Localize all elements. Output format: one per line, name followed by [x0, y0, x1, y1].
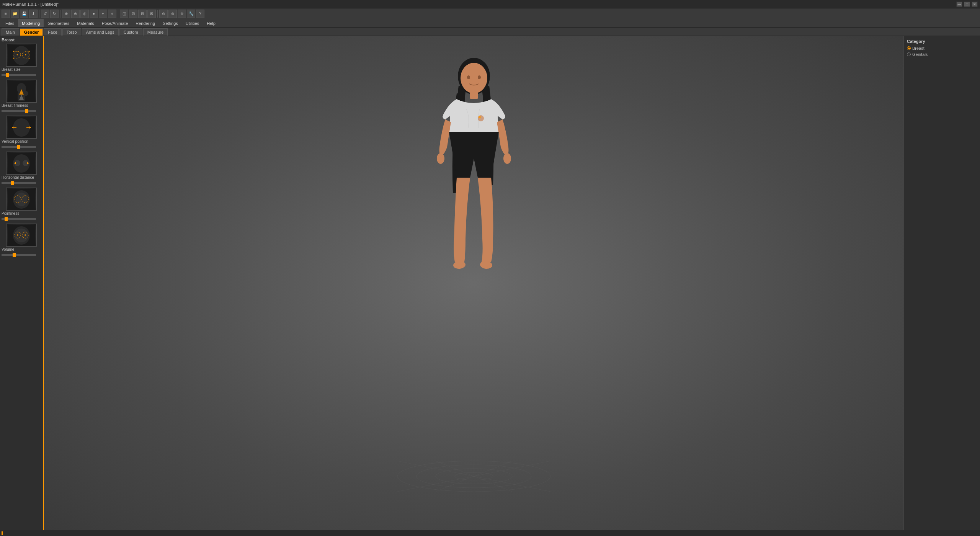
morph-item-breast-firmness: Breast firmness: [0, 79, 43, 115]
toolbar-btn-16[interactable]: ⊠: [147, 10, 156, 18]
svg-point-5: [25, 54, 26, 55]
morph-slider-vertical-position[interactable]: [2, 146, 36, 148]
radio-label-genitals: Genitals: [912, 52, 928, 57]
toolbar-btn-2[interactable]: 📁: [11, 10, 19, 18]
tab-main[interactable]: Main: [2, 28, 19, 36]
morph-slider-horizontal-distance[interactable]: [2, 182, 36, 184]
toolbar-btn-12[interactable]: ⎆: [108, 10, 116, 18]
left-panel: Breast: [0, 36, 44, 530]
toolbar-btn-21[interactable]: ?: [196, 10, 204, 18]
morph-preview-pointiness[interactable]: [6, 188, 37, 211]
morph-preview-horizontal-distance[interactable]: [6, 152, 37, 175]
toolbar-btn-3[interactable]: 💾: [20, 10, 28, 18]
toolbar-sep-2: [60, 10, 60, 18]
tab-arms-legs[interactable]: Arms and Legs: [82, 28, 119, 36]
morph-slider-container-breast-size[interactable]: [2, 72, 41, 77]
menu-help[interactable]: Help: [203, 19, 219, 27]
morph-label-volume: Volume: [2, 247, 41, 252]
toolbar-btn-6[interactable]: ↻: [50, 10, 59, 18]
toolbar-btn-15[interactable]: ⊟: [138, 10, 147, 18]
morph-preview-breast-firmness[interactable]: [6, 80, 37, 103]
human-figure-svg: [420, 55, 528, 331]
radio-option-genitals[interactable]: Genitals: [907, 52, 977, 57]
morph-label-pointiness: Pointiness: [2, 211, 41, 216]
morph-slider-breast-size[interactable]: [2, 74, 36, 76]
menu-geometries[interactable]: Geometries: [44, 19, 73, 27]
toolbar-sep-3: [118, 10, 118, 18]
svg-point-8: [13, 57, 15, 59]
toolbar-btn-1[interactable]: ≡: [2, 10, 10, 18]
menu-files[interactable]: Files: [2, 19, 18, 27]
menu-settings[interactable]: Settings: [159, 19, 182, 27]
toolbar-btn-19[interactable]: ⊛: [178, 10, 186, 18]
toolbar-btn-20[interactable]: 🔧: [187, 10, 195, 18]
svg-point-37: [15, 229, 28, 242]
main-layout: Breast: [0, 36, 980, 530]
toolbar-btn-17[interactable]: ⊙: [159, 10, 168, 18]
morph-slider-pointiness[interactable]: [2, 218, 36, 220]
morph-slider-container-breast-firmness[interactable]: [2, 108, 41, 113]
svg-point-64: [478, 115, 484, 121]
radio-label-breast: Breast: [912, 46, 924, 51]
toolbar-btn-5[interactable]: ↺: [41, 10, 49, 18]
toolbar-btn-14[interactable]: ⊡: [129, 10, 137, 18]
svg-point-58: [478, 75, 481, 79]
morph-slider-container-volume[interactable]: [2, 252, 41, 257]
morph-preview-volume[interactable]: [6, 224, 37, 247]
toolbar-btn-10[interactable]: ●: [90, 10, 98, 18]
maximize-button[interactable]: □: [964, 2, 970, 7]
morph-slider-container-horizontal-distance[interactable]: [2, 180, 41, 185]
svg-line-54: [474, 476, 550, 492]
radio-option-breast[interactable]: Breast: [907, 46, 977, 51]
morph-item-vertical-position: Vertical position: [0, 115, 43, 151]
close-button[interactable]: ✕: [972, 2, 978, 7]
svg-point-32: [16, 193, 27, 206]
morph-item-horizontal-distance: Horizontal distance: [0, 151, 43, 187]
toolbar-btn-13[interactable]: ◫: [120, 10, 128, 18]
toolbar-btn-11[interactable]: ⌖: [99, 10, 107, 18]
right-panel: Category Breast Genitals: [903, 36, 980, 530]
tab-measure[interactable]: Measure: [143, 28, 168, 36]
toolbar-sep-4: [157, 10, 158, 18]
tab-face[interactable]: Face: [44, 28, 61, 36]
morph-label-breast-size: Breast size: [2, 67, 41, 72]
menu-pose-animate[interactable]: Pose/Animate: [98, 19, 132, 27]
svg-rect-59: [470, 92, 478, 99]
morph-preview-vertical-position[interactable]: [6, 116, 37, 139]
morph-slider-container-pointiness[interactable]: [2, 216, 41, 221]
toolbar-btn-9[interactable]: ◎: [80, 10, 89, 18]
svg-point-63: [480, 261, 493, 270]
morph-preview-breast-size[interactable]: [6, 44, 37, 67]
svg-point-4: [17, 54, 18, 55]
tab-custom[interactable]: Custom: [119, 28, 142, 36]
morph-label-vertical-position: Vertical position: [2, 139, 41, 144]
tab-torso[interactable]: Torso: [62, 28, 81, 36]
viewport[interactable]: [44, 36, 903, 530]
svg-point-9: [29, 57, 30, 59]
toolbar-btn-7[interactable]: ⊕: [62, 10, 70, 18]
menu-modelling[interactable]: Modelling: [18, 19, 44, 27]
statusbar: [0, 530, 980, 536]
menu-rendering[interactable]: Rendering: [132, 19, 159, 27]
toolbar-btn-4[interactable]: ⬇: [29, 10, 38, 18]
menu-materials[interactable]: Materials: [73, 19, 98, 27]
radio-circle-genitals: [907, 52, 911, 56]
svg-point-56: [461, 63, 487, 93]
toolbar-btn-8[interactable]: ⊗: [71, 10, 80, 18]
menu-utilities[interactable]: Utilities: [182, 19, 203, 27]
toolbar-btn-18[interactable]: ⊚: [168, 10, 177, 18]
tab-gender[interactable]: Gender: [20, 28, 43, 36]
svg-point-60: [437, 153, 444, 164]
svg-point-61: [503, 153, 511, 164]
category-title: Category: [907, 39, 977, 44]
morph-slider-volume[interactable]: [2, 254, 36, 256]
morph-label-breast-firmness: Breast firmness: [2, 103, 41, 108]
section-title-breast: Breast: [0, 36, 43, 43]
svg-point-7: [29, 51, 30, 52]
minimize-button[interactable]: —: [956, 2, 962, 7]
radio-circle-breast: [907, 46, 911, 50]
morph-slider-container-vertical-position[interactable]: [2, 144, 41, 149]
morph-label-horizontal-distance: Horizontal distance: [2, 175, 41, 180]
morph-slider-breast-firmness[interactable]: [2, 110, 36, 112]
toolbar-sep-1: [39, 10, 39, 18]
